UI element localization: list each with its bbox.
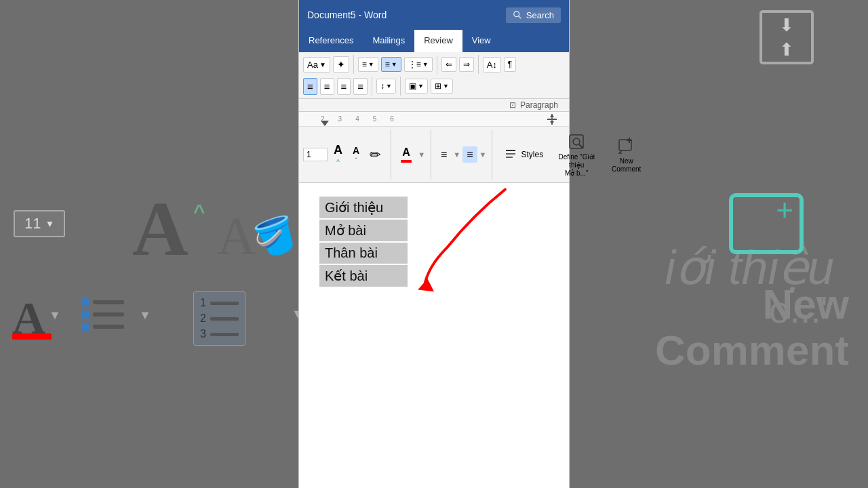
bg-numbered-list-box: 1 2 3	[193, 291, 245, 346]
bg-bullet-dropdown: ▼	[139, 308, 151, 323]
align-center-btn[interactable]: ≡	[320, 78, 334, 95]
list-item-3: Kết bài	[319, 265, 408, 287]
separator1	[353, 55, 354, 74]
font-size-up-btn[interactable]: A ^	[330, 141, 347, 168]
increase-indent-icon: ⇒	[463, 60, 470, 69]
paragraph-label-bar: ⊡ Paragraph	[299, 99, 569, 112]
sort-btn[interactable]: A↕	[483, 57, 501, 73]
list-item-2: Thân bài	[319, 243, 408, 264]
clear-format-icon2: ✏	[370, 146, 381, 163]
numbered-list-btn[interactable]: ≡ ▼	[381, 57, 401, 72]
list-btn2[interactable]: ≡	[437, 146, 451, 163]
sort-icon: A↕	[487, 60, 497, 70]
search-box[interactable]: Search	[506, 7, 561, 23]
font-size-input[interactable]: 1	[303, 148, 328, 161]
font-color-icon: A	[402, 146, 410, 159]
expand-icon: ⊡	[509, 100, 516, 110]
shading-btn[interactable]: ▣ ▼	[405, 79, 428, 94]
tab-references[interactable]: References	[299, 30, 363, 52]
ruler: 2 3 4 5 6	[299, 112, 569, 127]
ruler-5: 5	[373, 115, 377, 123]
bullet-list-icon: ≡	[362, 60, 367, 69]
line-spacing-btn[interactable]: ↕ ▼	[376, 79, 396, 94]
font-color-dd: ▼	[418, 150, 425, 159]
tab-review[interactable]: Review	[414, 30, 462, 52]
tab-view[interactable]: View	[462, 30, 500, 52]
multilevel-list-btn[interactable]: ⋮≡ ▼	[404, 57, 433, 72]
toolbar2-font-group: 1 A ^ A ˇ ✏	[303, 129, 391, 180]
ruler-marker	[321, 121, 329, 126]
svg-point-10	[573, 138, 580, 145]
multilevel-icon: ⋮≡	[408, 60, 421, 69]
align-left-btn[interactable]: ≡	[303, 78, 317, 95]
document-list: Giới thiệu Mở bài Thân bài Kết bài	[319, 197, 549, 287]
styles-icon	[503, 147, 518, 162]
shading-icon: ▣	[409, 81, 416, 91]
font-size-up-icon: A	[334, 143, 342, 157]
bg-caret-up: ^	[193, 200, 205, 223]
bg-number-box: 11 ▼	[14, 210, 65, 237]
styles-btn[interactable]: Styles	[498, 129, 549, 180]
numbered-list-icon2: ≡	[467, 148, 473, 161]
increase-indent-btn[interactable]: ⇒	[459, 57, 474, 72]
ribbon-row1: Aa ▼ ✦ ≡ ▼ ≡ ▼ ⋮≡ ▼ ⇐	[303, 55, 565, 74]
font-size-label: Aa	[307, 60, 318, 70]
numbered-list-icon: ≡	[385, 60, 390, 69]
tab-mailings[interactable]: Mailings	[363, 30, 414, 52]
ribbon-tabs: References Mailings Review View	[299, 30, 569, 52]
new-comment-icon	[616, 136, 637, 156]
paragraph-label: Paragraph	[520, 100, 558, 110]
bg-plus-icon: +	[776, 195, 793, 225]
bg-A-small: A	[217, 209, 256, 263]
define-icon	[566, 131, 587, 152]
svg-point-0	[514, 12, 519, 17]
justify-btn[interactable]: ≡	[353, 78, 368, 95]
search-label: Search	[526, 10, 554, 20]
word-window: Document5 - Word Search References Maili…	[298, 0, 570, 488]
list-item-1: Mở bài	[319, 220, 408, 241]
borders-icon: ⊞	[435, 81, 441, 91]
font-size-down-icon: A	[353, 145, 359, 156]
shading-dd: ▼	[418, 83, 424, 89]
new-comment-btn[interactable]: New Comment	[604, 129, 648, 180]
define-btn[interactable]: Define "Giới thiệu Mở b..."	[553, 129, 600, 180]
spacing-dd: ▼	[386, 83, 392, 89]
bg-new-comment-text: NewComment	[655, 281, 849, 373]
separator2	[437, 55, 437, 74]
bullet-dd: ▼	[368, 61, 374, 68]
font-size-down-btn[interactable]: A ˇ	[349, 143, 363, 167]
align-right-btn[interactable]: ≡	[337, 78, 351, 95]
paragraph-mark: ¶	[508, 60, 512, 69]
decrease-indent-btn[interactable]: ⇐	[441, 57, 456, 72]
clear-format-btn[interactable]: ✦	[333, 56, 349, 73]
align-center-icon: ≡	[324, 81, 330, 92]
decrease-indent-icon: ⇐	[446, 60, 452, 69]
borders-dd: ▼	[443, 83, 449, 89]
ribbon-area: Aa ▼ ✦ ≡ ▼ ≡ ▼ ⋮≡ ▼ ⇐	[299, 52, 569, 99]
clear-format-btn2[interactable]: ✏	[366, 144, 385, 165]
svg-line-11	[579, 144, 583, 148]
new-comment-label: New Comment	[612, 157, 641, 174]
window-title: Document5 - Word	[307, 9, 387, 20]
bg-dropdown-a: ▼	[49, 308, 61, 323]
toolbar2: 1 A ^ A ˇ ✏ A ▼ ≡ ▼	[299, 127, 569, 183]
borders-btn[interactable]: ⊞ ▼	[431, 79, 453, 94]
clear-format-icon: ✦	[337, 59, 345, 70]
font-color-btn[interactable]: A	[397, 144, 416, 165]
title-bar: Document5 - Word Search	[299, 0, 569, 30]
ruler-4: 4	[355, 115, 359, 123]
search-icon	[513, 10, 522, 20]
font-size-dropdown[interactable]: Aa ▼	[303, 57, 330, 73]
spacing-icon: ↕	[380, 81, 384, 91]
bg-dropdown-icon: ▼	[45, 218, 54, 229]
separator5	[400, 77, 401, 96]
bg-A-underline	[12, 333, 52, 340]
numbered-list-btn2[interactable]: ≡	[462, 146, 477, 163]
align-left-icon: ≡	[307, 81, 313, 92]
numbered-dd2: ▼	[479, 150, 487, 159]
show-marks-btn[interactable]: ¶	[504, 57, 516, 72]
list-item-0: Giới thiệu	[319, 197, 408, 218]
list-icon2: ≡	[441, 148, 447, 161]
bullet-list-btn[interactable]: ≡ ▼	[358, 57, 378, 72]
separator4	[372, 77, 372, 96]
